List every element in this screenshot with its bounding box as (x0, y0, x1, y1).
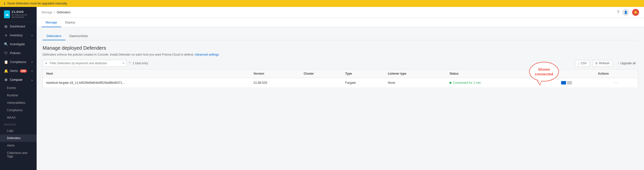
svg-rect-0 (562, 82, 565, 84)
cell-version: 21.08.525 (250, 78, 300, 88)
sidebar-item-compliance[interactable]: 📋 Compliance ▾ (0, 58, 37, 66)
status-dot (450, 82, 452, 84)
sub-tab-defenders[interactable]: Defenders (42, 32, 65, 40)
sub-tabs: Defenders DaemonSets (42, 32, 638, 40)
filter-icon: ▼ (44, 61, 48, 65)
warning-icon: ℹ (4, 1, 5, 5)
sidebar-item-label: Dashboard (10, 25, 25, 28)
breadcrumb-separator: / (54, 11, 55, 14)
warning-text: Some Defenders must be upgraded manually… (7, 2, 68, 5)
chevron-icon: ▾ (32, 70, 33, 72)
entry-count: 1 total entry (133, 61, 148, 65)
sidebar-nav: ⊞ Dashboard ≡ Inventory ▾ 🔍 Investigate (0, 22, 37, 170)
sidebar-item-dashboard[interactable]: ⊞ Dashboard (0, 22, 37, 31)
compute-icon: ⚙ (4, 78, 8, 82)
alerts-icon: 🔔 (4, 69, 8, 73)
cell-actions: ··· (594, 78, 638, 88)
csv-button[interactable]: ↓ CSV (575, 60, 589, 67)
section-desc: Defenders enforce the policies created i… (42, 52, 638, 57)
actions-menu-button[interactable]: ··· (614, 81, 618, 85)
status-connected: Connected for 1 min (450, 81, 535, 85)
alerts-badge: 319 (20, 69, 27, 73)
section-title: Manage deployed Defenders (42, 45, 638, 51)
sidebar: ☁ CLOUD BY PALO ALTO NETWORKS ⊞ Dashboar… (0, 7, 37, 170)
sidebar-item-logs[interactable]: Logs (0, 127, 37, 134)
sidebar-item-waas[interactable]: WAAS (0, 114, 37, 121)
cell-type: Fargate (342, 78, 384, 88)
sidebar-sub-label: Logs (7, 129, 13, 133)
dashboard-icon: ⊞ (4, 24, 8, 28)
col-host[interactable]: Host (43, 69, 250, 78)
sidebar-item-label: Alerts (10, 69, 18, 73)
filter-help-icon[interactable]: ? (129, 61, 131, 65)
chevron-icon: ▴ (32, 79, 33, 81)
logo-subtext: BY PALO ALTO NETWORKS (12, 14, 33, 18)
upgrade-icon: ↑ (618, 61, 619, 65)
content-area: Manage / Defenders ? 👤 🔔 Manage Deploy (37, 7, 644, 170)
collection-gray-icon[interactable] (567, 81, 572, 85)
help-icon[interactable]: ? (617, 10, 619, 14)
sidebar-sub-label: Alerts (7, 144, 14, 147)
sidebar-item-events[interactable]: Events (0, 84, 37, 92)
page-tabs: Manage Deploy (37, 18, 644, 27)
sidebar-item-inventory[interactable]: ≡ Inventory ▾ (0, 31, 37, 40)
col-version[interactable]: Version (250, 69, 300, 78)
alert-icon[interactable]: 🔔 (632, 9, 639, 16)
col-status[interactable]: Status (446, 69, 539, 78)
sidebar-item-alerts-manage[interactable]: Alerts (0, 142, 37, 149)
col-listener-type[interactable]: Listener type (384, 69, 446, 78)
sidebar-item-investigate[interactable]: 🔍 Investigate (0, 40, 37, 49)
sidebar-item-compliance-sub[interactable]: Compliance (0, 107, 37, 114)
sidebar-item-defenders[interactable]: Defenders (0, 134, 37, 142)
filter-clear-icon[interactable]: ✕ (122, 61, 125, 65)
advanced-settings-link[interactable]: Advanced settings (194, 53, 219, 56)
breadcrumb-parent[interactable]: Manage (42, 11, 52, 14)
table-toolbar: ▼ ✕ ? 1 total entry ↓ CSV ↻ Refresh (42, 60, 638, 67)
sidebar-sub-label: Runtime (7, 94, 18, 97)
tab-deploy[interactable]: Deploy (61, 18, 79, 27)
top-actions: ? 👤 🔔 (617, 9, 639, 16)
col-actions[interactable]: Actions (594, 69, 638, 78)
cell-status: Connected for 1 min (446, 78, 539, 88)
top-bar: Manage / Defenders ? 👤 🔔 (37, 7, 644, 18)
sidebar-item-collections[interactable]: Collections and Tags (0, 149, 37, 160)
col-cluster[interactable]: Cluster (300, 69, 342, 78)
breadcrumb: Manage / Defenders (42, 11, 70, 14)
logo-text: CLOUD (12, 10, 33, 13)
sidebar-item-vulnerabilities[interactable]: Vulnerabilities (0, 99, 37, 107)
collection-blue-icon[interactable] (561, 81, 566, 85)
toolbar-left: ▼ ✕ ? 1 total entry (42, 60, 148, 67)
sidebar-item-label: Compute (10, 78, 22, 82)
sidebar-item-policies[interactable]: 🛡 Policies (0, 49, 37, 58)
sidebar-item-alerts[interactable]: 🔔 Alerts 319 ▾ (0, 66, 37, 75)
col-collections[interactable]: Collections (539, 69, 594, 78)
policies-icon: 🛡 (4, 51, 8, 55)
chevron-icon: ▾ (32, 34, 33, 37)
logo-icon: ☁ (4, 10, 10, 18)
section-header: Manage deployed Defenders Defenders enfo… (42, 45, 638, 57)
tab-manage[interactable]: Manage (42, 18, 61, 27)
upgrade-button[interactable]: ↑ Upgrade all (615, 60, 638, 66)
csv-icon: ↓ (578, 61, 580, 65)
refresh-button[interactable]: ↻ Refresh (592, 60, 612, 67)
sidebar-sub-label: Collections and Tags (7, 151, 33, 158)
filter-wrap: ▼ ✕ (42, 60, 127, 67)
warning-banner: ℹ Some Defenders must be upgraded manual… (0, 0, 644, 7)
sub-tab-daemonsets[interactable]: DaemonSets (65, 32, 92, 40)
sidebar-item-label: Inventory (10, 34, 22, 37)
sidebar-sub-label: Defenders (7, 136, 20, 140)
table-header-row: Host Version Cluster Type Listener type … (43, 69, 638, 78)
sidebar-sub-label: Vulnerabilities (7, 101, 25, 105)
svg-rect-1 (568, 82, 571, 84)
sidebar-sub-label: Events (7, 86, 16, 90)
toolbar-right: ↓ CSV ↻ Refresh ↑ Upgrade all (575, 60, 638, 67)
sidebar-item-runtime[interactable]: Runtime (0, 92, 37, 99)
sidebar-sub-label: Compliance (7, 109, 22, 112)
sidebar-logo: ☁ CLOUD BY PALO ALTO NETWORKS (0, 7, 37, 22)
user-avatar[interactable]: 👤 (622, 9, 629, 16)
col-type[interactable]: Type (342, 69, 384, 78)
sidebar-item-compute[interactable]: ⚙ Compute ▴ (0, 75, 37, 84)
compliance-icon: 📋 (4, 60, 8, 64)
filter-input[interactable] (42, 60, 127, 67)
manage-section-label: MANAGE (0, 121, 37, 127)
